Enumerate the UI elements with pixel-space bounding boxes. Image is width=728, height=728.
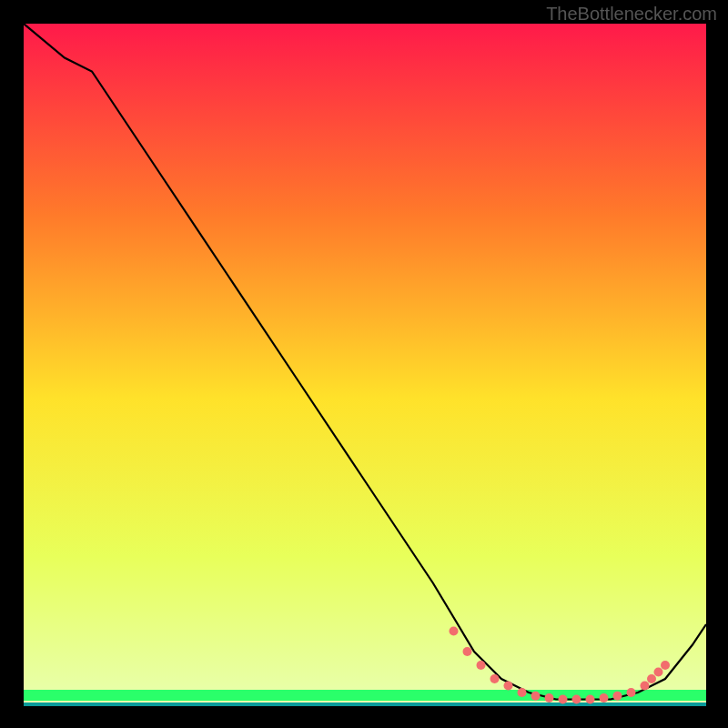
marker-dot bbox=[586, 695, 595, 704]
marker-dot bbox=[647, 674, 656, 683]
marker-dot bbox=[627, 688, 636, 697]
marker-dot bbox=[490, 674, 500, 683]
marker-dot bbox=[477, 661, 486, 670]
marker-dot bbox=[613, 692, 622, 701]
bottom-teal-line bbox=[24, 703, 706, 706]
watermark-text: TheBottlenecker.com bbox=[546, 4, 717, 25]
marker-dot bbox=[661, 661, 670, 670]
marker-dot bbox=[531, 692, 541, 701]
marker-dot bbox=[545, 693, 554, 703]
marker-dot bbox=[600, 693, 609, 703]
plot-area bbox=[24, 24, 706, 706]
marker-dot bbox=[504, 682, 513, 691]
marker-dot bbox=[463, 647, 472, 656]
marker-dot bbox=[641, 682, 650, 691]
gradient-background bbox=[24, 24, 706, 706]
marker-dot bbox=[559, 695, 568, 704]
marker-dot bbox=[518, 688, 527, 697]
marker-dot bbox=[572, 695, 581, 704]
marker-dot bbox=[450, 627, 459, 636]
chart-root: TheBottlenecker.com bbox=[0, 0, 728, 728]
chart-svg bbox=[24, 24, 706, 706]
marker-dot bbox=[654, 668, 663, 677]
